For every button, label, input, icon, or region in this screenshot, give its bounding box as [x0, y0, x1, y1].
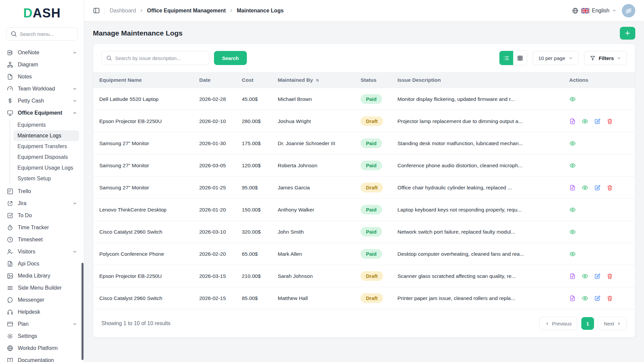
maintained-by-cell: Sarah Johnson [272, 265, 355, 287]
chevron-down-icon [569, 56, 573, 60]
invoice-action-icon[interactable] [569, 118, 576, 125]
sidebar-item-diagram[interactable]: Diagram [5, 59, 79, 71]
sidebar-item-notes[interactable]: Notes [5, 71, 79, 83]
avatar[interactable] [622, 4, 635, 17]
invoice-action-icon[interactable] [569, 273, 576, 280]
sidebar-item-label: Plan [18, 321, 68, 327]
view-action-icon[interactable] [569, 96, 576, 103]
chevron-down-icon [72, 249, 77, 254]
language-selector[interactable]: English [572, 7, 616, 14]
view-action-icon[interactable] [582, 184, 588, 191]
issue-description-cell: Projector lamp replacement due to dimmin… [392, 110, 564, 132]
sidebar-item-settings[interactable]: Settings [5, 330, 79, 342]
status-badge: Paid [361, 227, 382, 237]
delete-action-icon[interactable] [606, 118, 613, 125]
date-cell: 2026-02-20 [194, 243, 236, 265]
view-action-icon[interactable] [582, 295, 588, 302]
column-header-maintained-by[interactable]: Maintained By [272, 72, 355, 88]
sidebar-item-messenger[interactable]: Messenger [5, 294, 79, 306]
sidebar-subitem-equipment-usage-logs[interactable]: Equipment Usage Logs [13, 163, 79, 173]
headset-icon [7, 309, 13, 315]
sidebar-item-office-equipment[interactable]: Office Equipment [5, 107, 79, 119]
sidebar-item-helpdesk[interactable]: Helpdesk [5, 306, 79, 318]
actions-cell [564, 110, 635, 132]
sidebar-item-workdo-platform[interactable]: Workdo Platform [5, 342, 79, 354]
issue-search-input[interactable] [115, 55, 205, 61]
filters-button[interactable]: Filters [584, 51, 627, 65]
actions-group [569, 177, 630, 198]
sidebar-item-team-workload[interactable]: Team Workload [5, 83, 79, 95]
page-1-button[interactable]: 1 [581, 317, 594, 330]
sidebar-item-petty-cash[interactable]: Petty Cash [5, 95, 79, 107]
sidebar-subitem-equipment-disposals[interactable]: Equipment Disposals [13, 152, 79, 163]
breadcrumb-dashboard[interactable]: Dashboard [110, 8, 136, 14]
sidebar-item-visitors[interactable]: Visitors [5, 246, 79, 258]
sidebar-item-plan[interactable]: Plan [5, 318, 79, 330]
sidebar-item-time-tracker[interactable]: Time Tracker [5, 222, 79, 234]
breadcrumb-section[interactable]: Office Equipment Management [147, 8, 226, 14]
sidebar-item-jira[interactable]: Jira [5, 197, 79, 209]
invoice-action-icon[interactable] [569, 295, 576, 302]
equipment-name-cell: Dell Latitude 5520 Laptop [93, 88, 194, 110]
actions-group [569, 132, 630, 154]
next-page-button[interactable]: Next [598, 317, 627, 330]
status-badge: Paid [361, 205, 382, 215]
view-action-icon[interactable] [569, 140, 576, 147]
grid-view-button[interactable] [513, 51, 527, 65]
status-badge: Draft [361, 271, 383, 281]
toolbar-left: Search [101, 51, 247, 65]
view-action-icon[interactable] [582, 273, 588, 280]
list-view-button[interactable] [499, 51, 513, 65]
sidebar-toggle-icon[interactable] [93, 7, 100, 14]
table-row: Dell Latitude 5520 Laptop2026-02-2845.00… [93, 88, 635, 110]
date-cell: 2026-03-15 [194, 265, 236, 287]
view-action-icon[interactable] [569, 162, 576, 169]
person-check-icon [7, 248, 13, 255]
sidebar-subitem-equipments[interactable]: Equipments [13, 120, 79, 130]
sidebar-item-timesheet[interactable]: Timesheet [5, 234, 79, 246]
search-button[interactable]: Search [214, 51, 247, 65]
sidebar-scrollbar[interactable] [82, 263, 84, 360]
sidebar-subitem-maintenance-logs[interactable]: Maintenance Logs [13, 130, 79, 141]
sidebar-item-api-docs[interactable]: Api Docs [5, 258, 79, 270]
sidebar-item-label: Office Equipment [18, 110, 68, 116]
main-area: Dashboard Office Equipment Management Ma… [84, 0, 644, 362]
uk-flag-icon [581, 8, 589, 13]
sidebar-item-trello[interactable]: Trello [5, 185, 79, 197]
delete-action-icon[interactable] [606, 184, 613, 191]
edit-action-icon[interactable] [594, 295, 601, 302]
per-page-select[interactable]: 10 per page [533, 51, 579, 65]
brand-logo-accent: D [23, 6, 33, 20]
edit-action-icon[interactable] [594, 273, 601, 280]
sidebar-item-side-menu-builder[interactable]: Side Menu Builder [5, 282, 79, 294]
sidebar-item-onenote[interactable]: OneNote [5, 47, 79, 59]
table-body: Dell Latitude 5520 Laptop2026-02-2845.00… [93, 88, 635, 309]
sidebar-item-media-library[interactable]: Media Library [5, 270, 79, 282]
previous-page-button[interactable]: Previous [539, 317, 577, 330]
view-action-icon[interactable] [569, 206, 576, 213]
sidebar-item-label: Documentation [18, 357, 77, 362]
status-cell: Paid [355, 243, 392, 265]
actions-cell [564, 177, 635, 199]
view-action-icon[interactable] [569, 229, 576, 235]
sidebar-subitem-system-setup[interactable]: System Setup [13, 173, 79, 184]
add-maintenance-log-button[interactable] [620, 27, 635, 40]
view-action-icon[interactable] [582, 118, 588, 125]
table-row: Cisco Catalyst 2960 Switch2026-03-10320.… [93, 221, 635, 243]
delete-action-icon[interactable] [606, 295, 613, 302]
external-icon [7, 200, 13, 207]
delete-action-icon[interactable] [606, 273, 613, 280]
sidebar-subitem-equipment-transfers[interactable]: Equipment Transfers [13, 141, 79, 152]
edit-action-icon[interactable] [594, 184, 601, 191]
view-action-icon[interactable] [569, 251, 576, 257]
sidebar-item-to-do[interactable]: To Do [5, 209, 79, 222]
column-header-issue-description: Issue Description [392, 72, 564, 88]
globe-icon [7, 345, 13, 352]
sidebar-item-documentation[interactable]: Documentation [5, 354, 79, 362]
actions-group [569, 199, 630, 221]
status-cell: Draft [355, 287, 392, 309]
edit-action-icon[interactable] [594, 118, 601, 125]
previous-label: Previous [552, 321, 572, 326]
invoice-action-icon[interactable] [569, 184, 576, 191]
sidebar-search-input[interactable] [20, 31, 73, 37]
